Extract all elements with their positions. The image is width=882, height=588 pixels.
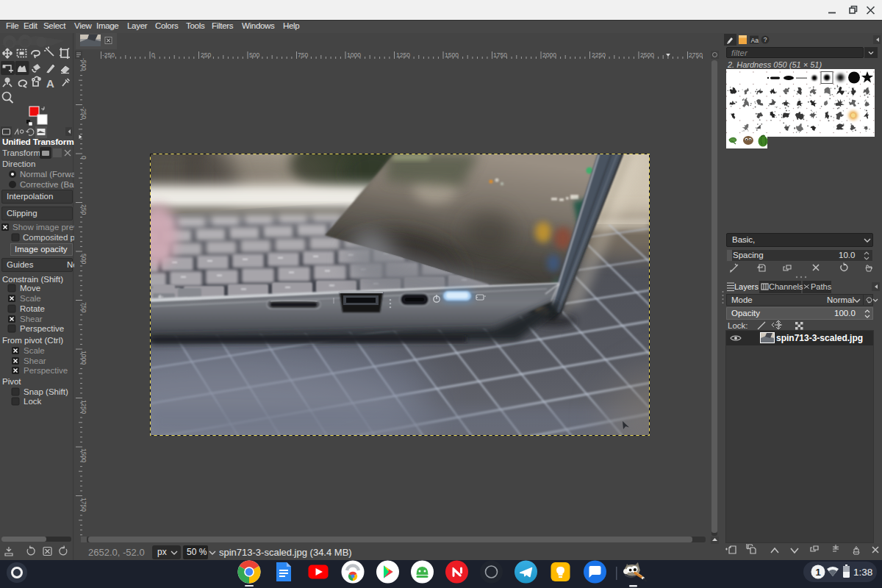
svg-text:0: 0 bbox=[80, 156, 87, 159]
svg-text:1750: 1750 bbox=[493, 51, 507, 59]
svg-text:1:38: 1:38 bbox=[853, 567, 872, 578]
svg-text:250: 250 bbox=[80, 204, 87, 215]
svg-text:1: 1 bbox=[815, 567, 820, 578]
svg-text:250: 250 bbox=[201, 51, 211, 59]
svg-text:500: 500 bbox=[249, 51, 259, 59]
svg-text:-250: -250 bbox=[80, 107, 87, 119]
svg-text:Aa: Aa bbox=[751, 37, 759, 44]
svg-text:0: 0 bbox=[151, 51, 155, 59]
svg-text:2250: 2250 bbox=[592, 51, 606, 59]
svg-text:-500: -500 bbox=[80, 58, 87, 71]
svg-text:750: 750 bbox=[80, 302, 87, 312]
svg-text:?: ? bbox=[764, 36, 767, 43]
svg-text:1500: 1500 bbox=[445, 51, 459, 59]
svg-text:1000: 1000 bbox=[80, 351, 87, 365]
svg-text:A: A bbox=[46, 77, 54, 90]
svg-text:2000: 2000 bbox=[542, 51, 556, 59]
svg-text:1500: 1500 bbox=[80, 448, 87, 462]
svg-text:2750: 2750 bbox=[689, 51, 703, 59]
svg-text:-250: -250 bbox=[102, 51, 115, 59]
svg-text:1250: 1250 bbox=[80, 400, 87, 414]
svg-text:1250: 1250 bbox=[396, 51, 410, 59]
svg-text:1750: 1750 bbox=[80, 498, 87, 512]
svg-text:500: 500 bbox=[80, 254, 87, 264]
svg-text:750: 750 bbox=[298, 51, 308, 59]
svg-text:1000: 1000 bbox=[347, 51, 361, 59]
svg-text:2500: 2500 bbox=[640, 51, 654, 59]
